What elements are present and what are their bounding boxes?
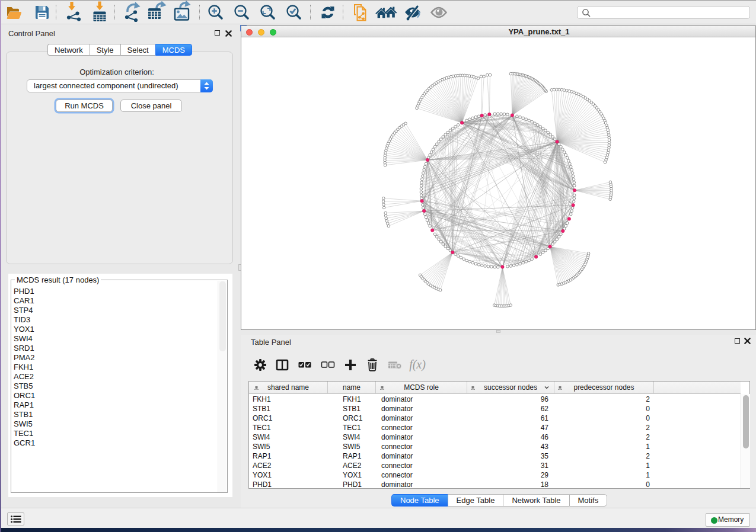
- svg-text:f(x): f(x): [409, 358, 426, 371]
